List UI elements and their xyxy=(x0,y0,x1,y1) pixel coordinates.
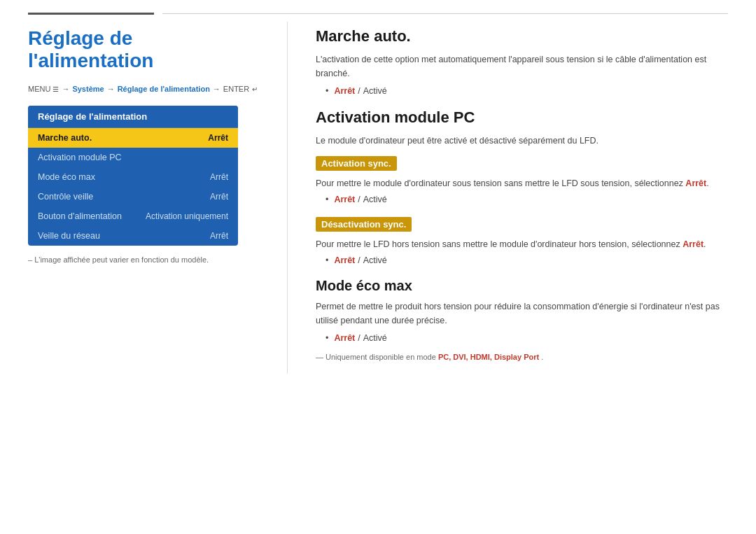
menu-item-label-veille-reseau: Veille du réseau xyxy=(38,231,100,241)
menu-item-value-veille-reseau: Arrêt xyxy=(210,231,228,241)
link-arrêt-activation-sync: Arrêt xyxy=(685,178,706,188)
footnote-dash: – xyxy=(28,255,32,264)
menu-item-label-mode-eco-max: Mode éco max xyxy=(38,172,95,182)
bullet-slash-activation-sync: / xyxy=(358,195,360,204)
breadcrumb-arrow1: → xyxy=(62,85,69,93)
footnote-mode-eco-max: — Uniquement disponible en mode PC, DVI,… xyxy=(316,353,728,361)
main-layout: Réglage de l'alimentation MENU ☰ → Systè… xyxy=(0,22,756,374)
highlight-desactivation-sync: Désactivation sync. xyxy=(316,217,412,232)
section-desc-marche-auto: L'activation de cette option met automat… xyxy=(316,52,728,80)
footnote-mode-text: Uniquement disponible en mode xyxy=(326,353,438,361)
menu-box: Réglage de l'alimentation Marche auto. A… xyxy=(28,106,238,246)
breadcrumb-enter-icon: ↵ xyxy=(252,85,258,93)
bullet-slash-marche-auto: / xyxy=(358,86,360,96)
section-title-marche-auto: Marche auto. xyxy=(316,27,728,45)
menu-item-value-marche-auto: Arrêt xyxy=(208,133,228,143)
bullet-slash-desactivation-sync: / xyxy=(358,255,360,265)
bullet-slash-mode-eco-max: / xyxy=(358,333,360,343)
bullet-arrêt-desactivation-sync: Arrêt xyxy=(334,255,355,265)
link-arrêt-desactivation-sync: Arrêt xyxy=(682,239,704,249)
section-title-activation-module-pc: Activation module PC xyxy=(316,108,728,127)
bullet-activé-mode-eco-max: Activé xyxy=(363,333,387,343)
top-border-accent xyxy=(28,13,154,15)
menu-item-marche-auto[interactable]: Marche auto. Arrêt xyxy=(28,128,238,148)
breadcrumb-enter: ENTER xyxy=(223,85,249,93)
bullet-mode-eco-max: • Arrêt / Activé xyxy=(326,333,728,343)
section-marche-auto: Marche auto. L'activation de cette optio… xyxy=(316,27,728,96)
top-border-line xyxy=(162,13,728,14)
page-title: Réglage de l'alimentation xyxy=(28,27,259,72)
breadcrumb-menu-icon: ☰ xyxy=(52,85,59,93)
bullet-dot-marche-auto: • xyxy=(326,86,328,96)
menu-item-value-bouton-alimentation: Activation uniquement xyxy=(146,211,228,221)
bullet-arrêt-activation-sync: Arrêt xyxy=(334,195,355,204)
bullet-dot-desactivation-sync: • xyxy=(326,255,328,265)
bullet-dot-activation-sync: • xyxy=(326,195,328,204)
menu-item-label-bouton-alimentation: Bouton d'alimentation xyxy=(38,211,122,221)
bullet-activé-marche-auto: Activé xyxy=(363,86,387,96)
menu-box-title: Réglage de l'alimentation xyxy=(28,106,238,128)
menu-item-value-mode-eco-max: Arrêt xyxy=(210,172,228,182)
section-desc-activation-module-pc: Le module d'ordinateur peut être activé … xyxy=(316,134,728,148)
bullet-arrêt-mode-eco-max: Arrêt xyxy=(334,333,355,343)
bullet-activé-activation-sync: Activé xyxy=(363,195,387,204)
footnote-mode-links: PC, DVI, HDMI, Display Port xyxy=(438,353,539,361)
menu-item-activation-module-pc[interactable]: Activation module PC xyxy=(28,148,238,167)
right-column: Marche auto. L'activation de cette optio… xyxy=(295,22,728,374)
bullet-arrêt-marche-auto: Arrêt xyxy=(334,86,355,96)
section-desc-mode-eco-max: Permet de mettre le produit hors tension… xyxy=(316,300,728,328)
sub-section-activation-sync: Activation sync. Pour mettre le module d… xyxy=(316,153,728,204)
menu-item-label-activation-module-pc: Activation module PC xyxy=(38,153,122,162)
menu-item-value-controle-veille: Arrêt xyxy=(210,192,228,202)
breadcrumb-current: Réglage de l'alimentation xyxy=(118,85,210,93)
footnote-mode-dash: — xyxy=(316,353,323,361)
section-mode-eco-max: Mode éco max Permet de mettre le produit… xyxy=(316,278,728,361)
bullet-activé-desactivation-sync: Activé xyxy=(363,255,387,265)
footnote-text: L'image affichée peut varier en fonction… xyxy=(34,255,209,264)
menu-item-bouton-alimentation[interactable]: Bouton d'alimentation Activation uniquem… xyxy=(28,206,238,226)
top-border xyxy=(0,13,756,15)
bullet-dot-mode-eco-max: • xyxy=(326,333,328,343)
menu-item-label-controle-veille: Contrôle veille xyxy=(38,192,93,202)
menu-item-label-marche-auto: Marche auto. xyxy=(38,133,92,143)
left-column: Réglage de l'alimentation MENU ☰ → Systè… xyxy=(28,22,280,374)
section-activation-module-pc: Activation module PC Le module d'ordinat… xyxy=(316,108,728,265)
vertical-divider xyxy=(287,22,288,374)
breadcrumb: MENU ☰ → Système → Réglage de l'alimenta… xyxy=(28,85,259,93)
sub-section-desc-activation-sync: Pour mettre le module d'ordinateur sous … xyxy=(316,176,728,190)
bullet-desactivation-sync: • Arrêt / Activé xyxy=(326,255,728,265)
left-footnote: – L'image affichée peut varier en foncti… xyxy=(28,255,259,264)
bullet-activation-sync: • Arrêt / Activé xyxy=(326,195,728,204)
menu-item-controle-veille[interactable]: Contrôle veille Arrêt xyxy=(28,187,238,206)
breadcrumb-menu: MENU xyxy=(28,85,50,93)
bullet-marche-auto: • Arrêt / Activé xyxy=(326,86,728,96)
section-title-mode-eco-max: Mode éco max xyxy=(316,278,728,294)
footnote-mode-end: . xyxy=(541,353,543,361)
breadcrumb-arrow3: → xyxy=(213,85,220,93)
highlight-activation-sync: Activation sync. xyxy=(316,156,397,171)
sub-section-desc-desactivation-sync: Pour mettre le LFD hors tension sans met… xyxy=(316,237,728,251)
menu-item-veille-reseau[interactable]: Veille du réseau Arrêt xyxy=(28,226,238,246)
breadcrumb-arrow2: → xyxy=(107,85,115,93)
sub-section-desactivation-sync: Désactivation sync. Pour mettre le LFD h… xyxy=(316,214,728,265)
breadcrumb-system: Système xyxy=(72,85,104,93)
menu-item-mode-eco-max[interactable]: Mode éco max Arrêt xyxy=(28,167,238,187)
